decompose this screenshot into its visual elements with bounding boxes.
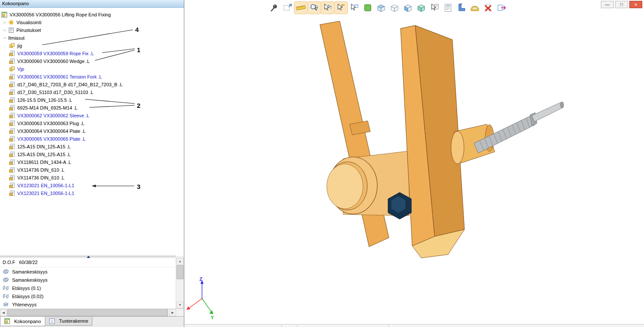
constraint-item[interactable]: Etäisyys (0.02) bbox=[0, 292, 176, 300]
select-sheet-button[interactable] bbox=[428, 2, 441, 14]
model-3d-view[interactable]: Z Y bbox=[185, 0, 644, 327]
model-viewport[interactable]: —□× bbox=[185, 0, 644, 327]
tree-item[interactable]: VX3000060 VX3000060 Wedge .L bbox=[0, 57, 184, 65]
tree-item[interactable]: VX123021 EN_10056-1-L1 bbox=[0, 182, 184, 189]
constraint-item[interactable]: Etäisyys (0.1) bbox=[0, 284, 176, 292]
zoom-fit-icon bbox=[282, 3, 293, 13]
tree-item[interactable]: jig bbox=[0, 42, 184, 50]
tree-item[interactable]: d17_D40_B12_7203_B d17_D40_B12_7203_B .L bbox=[0, 81, 184, 88]
tree-item[interactable]: 6925-M14 DIN_6925-M14 .L bbox=[0, 104, 184, 112]
constraint-label: Samankeskisyys bbox=[12, 269, 47, 274]
solid-box-button[interactable] bbox=[415, 2, 428, 14]
cube-shaded-button[interactable] bbox=[375, 2, 388, 14]
constraint-item[interactable]: Yhtenevyys bbox=[0, 300, 176, 308]
dof-scrollbar[interactable]: ▲ ▼ bbox=[176, 258, 184, 308]
tree-item-label: VX3000061 VX3000061 Tension Fork .L bbox=[17, 74, 102, 79]
tree-item[interactable]: VX3000062 VX3000062 Sleeve .L bbox=[0, 112, 184, 119]
measure-button[interactable] bbox=[294, 2, 307, 14]
tree-item[interactable]: VX118611 DIN_1434-A .L bbox=[0, 158, 184, 166]
maximize-icon: □ bbox=[620, 2, 623, 7]
scroll-down-icon[interactable]: ▼ bbox=[177, 302, 183, 308]
select-flag-button[interactable] bbox=[335, 2, 347, 14]
panel-title: Kokoonpano bbox=[2, 1, 29, 6]
tab-tuoterakenne[interactable]: iTuoterakenne bbox=[45, 317, 92, 326]
dof-value: 60/38/22 bbox=[19, 260, 38, 265]
tree-item[interactable]: VX114736 DIN_610 .L bbox=[0, 166, 184, 174]
zoom-fit-button[interactable] bbox=[281, 2, 294, 14]
tab-kokoonpano[interactable]: Kokoonpano bbox=[0, 317, 45, 326]
constraint-concentric-icon bbox=[3, 268, 11, 275]
tree-part-icon bbox=[9, 136, 16, 142]
tree-item[interactable]: Vjp bbox=[0, 65, 184, 73]
tree-item[interactable]: VX123021 EN_10056-1-L1 bbox=[0, 189, 184, 197]
feature-list-button[interactable] bbox=[442, 2, 455, 14]
window-controls: —□× bbox=[601, 1, 642, 8]
tree-item[interactable]: d17_D30_51103 d17_D30_51103 .L bbox=[0, 88, 184, 96]
expand-arrow-icon[interactable]: ▷ bbox=[4, 21, 8, 24]
pin-button[interactable] bbox=[268, 2, 281, 14]
export-icon bbox=[496, 3, 507, 13]
new-solid-icon bbox=[363, 3, 373, 13]
constraint-label: Etäisyys (0.1) bbox=[12, 286, 41, 291]
tree-part-icon bbox=[9, 120, 16, 127]
cube-wire-button[interactable] bbox=[388, 2, 401, 14]
tree-item[interactable]: 125-A15 DIN_125-A15 .L bbox=[0, 143, 184, 151]
dof-header: D.O.F60/38/22 bbox=[0, 258, 176, 267]
tree-item-label: VX3000056 VX3000056 Lifting Rope End Fix… bbox=[9, 12, 111, 17]
tree-item[interactable]: VX3000064 VX3000064 Plate .L bbox=[0, 127, 184, 135]
new-solid-button[interactable] bbox=[361, 2, 374, 14]
tree-item-label: Piirustukset bbox=[16, 28, 41, 33]
select-edge-button[interactable] bbox=[321, 2, 334, 14]
expand-arrow-icon[interactable]: ▷ bbox=[4, 28, 8, 32]
constraint-item[interactable]: Samankeskisyys bbox=[0, 267, 176, 276]
select-box-button[interactable] bbox=[348, 2, 361, 14]
tree-part-icon bbox=[9, 82, 16, 88]
viewport-toolbar bbox=[268, 1, 508, 14]
tree-item[interactable]: VX3000056 VX3000056 Lifting Rope End Fix… bbox=[0, 11, 184, 19]
pin-icon bbox=[269, 3, 279, 13]
scroll-thumb[interactable] bbox=[177, 265, 183, 279]
tree-item[interactable]: VX3000061 VX3000061 Tension Fork .L bbox=[0, 73, 184, 81]
tree-item[interactable]: VX114736 DIN_610 .L bbox=[0, 174, 184, 182]
tree-item[interactable]: ▷Piirustukset bbox=[0, 26, 184, 34]
tree-item-label: 6925-M14 DIN_6925-M14 .L bbox=[17, 105, 77, 110]
tree-item[interactable]: 126-15.5 DIN_126-15.5 .L bbox=[0, 96, 184, 104]
minimize-button[interactable]: — bbox=[601, 1, 614, 8]
export-button[interactable] bbox=[495, 2, 508, 14]
tree-item[interactable]: VX3000065 VX3000065 Plate .L bbox=[0, 135, 184, 143]
constraint-concentric-icon bbox=[3, 277, 11, 283]
constraint-label: Samankeskisyys bbox=[12, 277, 47, 283]
hscroll-thumb[interactable] bbox=[7, 309, 168, 316]
output-tray-button[interactable] bbox=[468, 2, 481, 14]
tree-part-icon bbox=[9, 144, 16, 150]
cube-face-icon bbox=[403, 3, 413, 13]
tab-label: Tuoterakenne bbox=[59, 318, 88, 324]
cube-face-button[interactable] bbox=[401, 2, 414, 14]
zoom-select-button[interactable] bbox=[308, 2, 321, 14]
tree-hscrollbar[interactable]: ◀ ▶ bbox=[0, 308, 184, 316]
select-sheet-icon bbox=[429, 3, 440, 13]
expand-arrow-icon[interactable]: ▷ bbox=[4, 36, 8, 40]
tab-label: Kokoonpano bbox=[14, 319, 41, 324]
output-tray-icon bbox=[470, 3, 480, 13]
maximize-button[interactable]: □ bbox=[615, 1, 628, 8]
tree-item[interactable]: VX3000063 VX3000063 Plug .L bbox=[0, 119, 184, 127]
tree-item[interactable]: 125-A15 DIN_125-A15 .L bbox=[0, 151, 184, 158]
tree-item[interactable]: ▷Ilmiasut bbox=[0, 34, 184, 42]
constraint-item[interactable]: Samankeskisyys bbox=[0, 276, 176, 284]
constraint-distance-icon bbox=[3, 285, 11, 291]
tree-item[interactable]: ▷Visualisointi bbox=[0, 19, 184, 26]
cube-shaded-icon bbox=[376, 3, 386, 13]
tree-item-label: 125-A15 DIN_125-A15 .L bbox=[17, 144, 71, 149]
close-button[interactable]: × bbox=[629, 1, 642, 8]
tree-item[interactable]: VX3000059 VX3000059 Rope Fix .L bbox=[0, 50, 184, 57]
tree-part-icon bbox=[9, 175, 16, 181]
scroll-up-icon[interactable]: ▲ bbox=[177, 258, 183, 265]
status-separator bbox=[297, 325, 297, 327]
profile-button[interactable] bbox=[455, 2, 468, 14]
axis-y-label: Y bbox=[211, 315, 214, 320]
delete-button[interactable] bbox=[482, 2, 495, 14]
scroll-right-icon[interactable]: ▶ bbox=[169, 309, 176, 316]
scroll-left-icon[interactable]: ◀ bbox=[0, 309, 7, 316]
status-separator bbox=[281, 325, 282, 327]
